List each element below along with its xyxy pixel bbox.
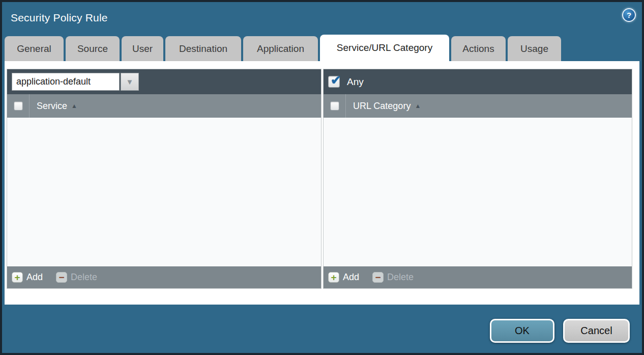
url-category-panel-header: ✔ Any (324, 69, 632, 94)
service-type-input[interactable] (12, 73, 120, 91)
url-category-delete-label: Delete (387, 272, 414, 283)
service-delete-button[interactable]: − Delete (56, 272, 97, 283)
service-column-header: Service ▲ (7, 94, 321, 118)
url-category-panel-footer: + Add − Delete (324, 266, 632, 288)
add-icon: + (328, 272, 339, 283)
sort-asc-icon: ▲ (71, 102, 77, 110)
url-category-add-label: Add (343, 272, 359, 283)
service-type-dropdown-button[interactable]: ▼ (121, 73, 139, 91)
delete-icon: − (372, 272, 384, 283)
help-icon[interactable]: ? (622, 8, 636, 22)
tab-source[interactable]: Source (66, 36, 120, 61)
any-checkbox[interactable]: ✔ (328, 76, 340, 88)
service-column-label[interactable]: Service (37, 101, 67, 112)
chevron-down-icon: ▼ (126, 77, 134, 86)
service-panel: ▼ Service ▲ + Add − Delete (7, 69, 321, 288)
sort-asc-icon: ▲ (415, 102, 421, 110)
service-add-label: Add (26, 272, 43, 283)
url-category-panel: ✔ Any URL Category ▲ + Add − Delete (324, 69, 632, 288)
dialog-title: Security Policy Rule (11, 12, 108, 24)
service-list-body[interactable] (7, 118, 321, 266)
tab-actions[interactable]: Actions (451, 36, 506, 61)
url-category-list-body[interactable] (324, 118, 632, 266)
url-category-delete-button[interactable]: − Delete (372, 272, 414, 283)
tab-service-url-category[interactable]: Service/URL Category (320, 35, 449, 61)
url-category-select-all-cell (324, 94, 346, 118)
url-category-column-header: URL Category ▲ (324, 94, 632, 118)
tab-strip: General Source User Destination Applicat… (2, 34, 642, 61)
url-category-add-button[interactable]: + Add (328, 272, 359, 283)
ok-button[interactable]: OK (490, 319, 554, 343)
url-category-select-all-checkbox[interactable] (330, 101, 339, 111)
cancel-button[interactable]: Cancel (563, 319, 630, 343)
service-select-all-checkbox[interactable] (14, 101, 23, 111)
tab-content: ▼ Service ▲ + Add − Delete (5, 61, 639, 305)
tab-application[interactable]: Application (243, 36, 318, 61)
add-icon: + (12, 272, 23, 283)
url-category-column-label[interactable]: URL Category (353, 101, 411, 112)
service-panel-footer: + Add − Delete (7, 266, 321, 288)
tab-destination[interactable]: Destination (165, 36, 241, 61)
delete-icon: − (56, 272, 67, 283)
dialog-footer: OK Cancel (2, 305, 642, 353)
service-panel-header: ▼ (7, 69, 321, 94)
help-icon-glyph: ? (627, 11, 631, 19)
service-add-button[interactable]: + Add (12, 272, 43, 283)
tab-general[interactable]: General (5, 36, 64, 61)
any-label: Any (347, 76, 364, 88)
security-policy-rule-dialog: Security Policy Rule ? General Source Us… (0, 0, 644, 355)
tab-usage[interactable]: Usage (508, 36, 561, 61)
checkmark-icon: ✔ (331, 73, 342, 87)
titlebar: Security Policy Rule (2, 2, 642, 34)
service-delete-label: Delete (71, 272, 97, 283)
tab-user[interactable]: User (122, 36, 163, 61)
service-select-all-cell (7, 94, 30, 118)
service-type-combo: ▼ (12, 73, 139, 91)
